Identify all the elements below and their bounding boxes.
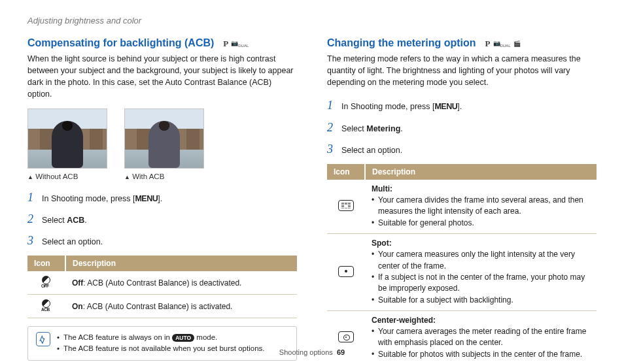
mode-p-icon: P [223, 39, 228, 49]
footer-page-number: 69 [337, 348, 345, 356]
met-step2-c: . [400, 124, 402, 133]
spot-b3: Suitable for a subject with backlighting… [372, 295, 590, 306]
note-icon [36, 332, 50, 346]
acb-title: Compensating for backlighting (ACB) [27, 37, 214, 49]
auto-badge-icon: AUTO [172, 334, 194, 342]
multi-b2: Suitable for general photos. [372, 218, 590, 229]
met-step1-a: In Shooting mode, press [ [341, 102, 434, 111]
acb-table-header: Icon Description [27, 256, 297, 271]
acb-options-table: Icon Description OFF Off: ACB (Auto Cont… [27, 256, 297, 318]
acb-off-icon: OFF [27, 271, 65, 295]
caption-with-acb-text: With ACB [132, 173, 164, 180]
acb-step1-text-a: In Shooting mode, press [ [42, 194, 135, 203]
page-footer: Shooting options 69 [0, 348, 624, 356]
met-step1-b: ]. [457, 102, 462, 111]
acb-section-head: Compensating for backlighting (ACB) P 📷D… [27, 37, 297, 49]
met-th-desc: Description [365, 164, 597, 180]
metering-step-3: 3 Select an option. [327, 141, 597, 157]
photo-with-acb: ▲ With ACB [124, 108, 204, 180]
acb-th-icon: Icon [27, 256, 65, 271]
right-column: Changing the metering option P 📷DUAL 🎬 T… [327, 37, 597, 364]
acb-step-3: 3 Select an option. [27, 233, 297, 249]
metering-step-2: 2 Select Metering. [327, 120, 597, 136]
metering-section-head: Changing the metering option P 📷DUAL 🎬 [327, 37, 597, 49]
acb-step-1: 1 In Shooting mode, press [MENU]. [27, 190, 297, 206]
acb-photo-row: ▲ Without ACB ▲ With ACB [27, 108, 297, 180]
met-step3: Select an option. [341, 145, 402, 157]
mode-dual-icon: 📷DUAL [231, 40, 249, 48]
spot-b1: Your camera measures only the light inte… [372, 249, 590, 272]
mode-video-icon: 🎬 [513, 41, 521, 47]
acb-steps: 1 In Shooting mode, press [MENU]. 2 Sele… [27, 190, 297, 250]
acb-off-desc: Off: ACB (Auto Contrast Balance) is deac… [65, 271, 297, 295]
caption-without-acb-text: Without ACB [35, 173, 78, 180]
caption-without-acb: ▲ Without ACB [27, 173, 107, 180]
center-b1: Your camera averages the meter reading o… [372, 326, 590, 349]
multi-b1: Your camera divides the frame into sever… [372, 195, 590, 218]
acb-step1-text-b: ]. [158, 194, 162, 203]
mode-dual-icon: 📷DUAL [493, 40, 511, 48]
caption-with-acb: ▲ With ACB [124, 173, 204, 180]
metering-mode-icons: P 📷DUAL 🎬 [485, 39, 521, 49]
spot-b2: If a subject is not in the center of the… [372, 272, 590, 295]
met-th-icon: Icon [327, 164, 365, 180]
metering-step-1: 1 In Shooting mode, press [MENU]. [327, 97, 597, 114]
acb-step-2: 2 Select ACB. [27, 211, 297, 227]
acb-on-desc: On: ACB (Auto Contrast Balance) is activ… [65, 295, 297, 318]
acb-intro: When the light source is behind your sub… [27, 53, 297, 101]
met-row-spot: Spot: Your camera measures only the ligh… [327, 234, 597, 311]
met-step2-bold: Metering [366, 124, 400, 133]
met-row-multi: Multi: Your camera divides the frame int… [327, 180, 597, 234]
acb-step3-text: Select an option. [42, 237, 103, 248]
content-columns: Compensating for backlighting (ACB) P 📷D… [27, 37, 597, 364]
metering-options-table: Icon Description Multi: Your camera divi… [327, 164, 597, 364]
note-line-1: The ACB feature is always on in AUTO mod… [57, 332, 265, 343]
acb-mode-icons: P 📷DUAL [223, 39, 249, 49]
sample-photo-dark [27, 108, 107, 169]
footer-section: Shooting options [279, 348, 333, 356]
spot-meter-icon [327, 234, 365, 311]
sample-photo-corrected [124, 108, 204, 169]
acb-step2-text-c: . [84, 216, 86, 225]
metering-title: Changing the metering option [327, 37, 476, 49]
mode-p-icon: P [485, 39, 491, 49]
acb-on-icon: ACB [27, 295, 65, 318]
metering-steps: 1 In Shooting mode, press [MENU]. 2 Sele… [327, 97, 597, 157]
acb-row-on: ACB On: ACB (Auto Contrast Balance) is a… [27, 295, 297, 318]
met-table-header: Icon Description [327, 164, 597, 180]
acb-step2-text-a: Select [42, 216, 67, 225]
multi-meter-icon [327, 180, 365, 234]
acb-step2-bold: ACB [67, 216, 84, 225]
spot-desc: Spot: Your camera measures only the ligh… [365, 234, 597, 311]
met-step2-a: Select [341, 124, 366, 133]
menu-key-icon: MENU [434, 102, 457, 111]
acb-th-desc: Description [65, 256, 297, 271]
metering-intro: The metering mode refers to the way in w… [327, 53, 597, 88]
menu-key-icon: MENU [135, 194, 158, 203]
multi-desc: Multi: Your camera divides the frame int… [365, 180, 597, 234]
page-header: Adjusting brightness and color [27, 16, 597, 25]
photo-without-acb: ▲ Without ACB [27, 108, 107, 180]
acb-row-off: OFF Off: ACB (Auto Contrast Balance) is … [27, 271, 297, 295]
left-column: Compensating for backlighting (ACB) P 📷D… [27, 37, 297, 364]
